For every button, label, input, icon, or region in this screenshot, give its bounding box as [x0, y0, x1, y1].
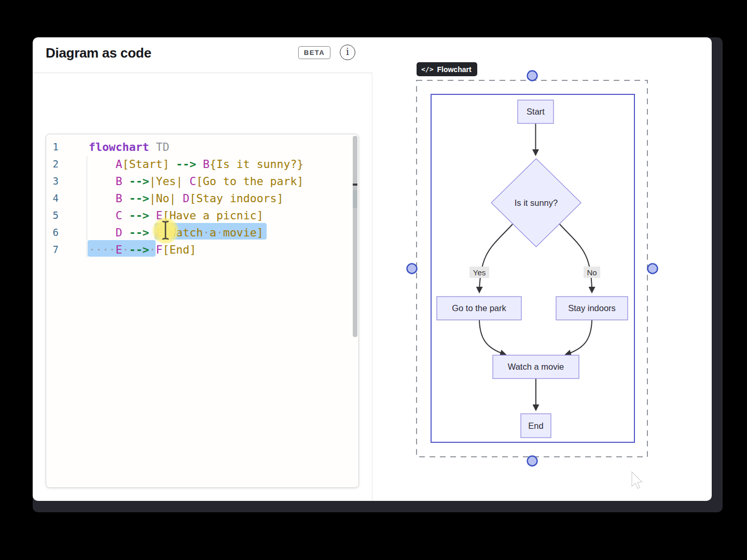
svg-text:Go to the park: Go to the park [452, 303, 506, 313]
editor-scrollbar[interactable] [353, 136, 357, 337]
svg-text:Yes: Yes [473, 268, 486, 277]
resize-handle-top[interactable] [528, 71, 537, 81]
resize-handle-bottom[interactable] [528, 456, 537, 466]
diagram-frame[interactable] [431, 94, 634, 442]
svg-text:End: End [528, 421, 543, 430]
svg-text:Is it sunny?: Is it sunny? [515, 198, 558, 207]
badge-label: Flowchart [437, 65, 471, 74]
svg-text:Watch a movie: Watch a movie [508, 362, 564, 371]
svg-text:No: No [587, 268, 597, 277]
node-watch-a-movie[interactable]: Watch a movie [493, 355, 579, 379]
edge-label-no: No [584, 267, 600, 278]
scrollbar-band [353, 190, 357, 208]
node-start[interactable]: Start [518, 100, 554, 123]
svg-text:Start: Start [527, 107, 545, 116]
scrollbar-mark [353, 184, 357, 186]
resize-handle-left[interactable] [407, 264, 417, 274]
resize-handle-right[interactable] [648, 264, 658, 274]
app-window: Diagram as code BETA i Generate a diagra… [33, 37, 712, 501]
node-end[interactable]: End [521, 414, 551, 438]
svg-text:Stay indoors: Stay indoors [568, 303, 616, 313]
node-stay-indoors[interactable]: Stay indoors [556, 297, 628, 320]
flowchart-type-badge[interactable]: </> Flowchart [417, 62, 477, 76]
mouse-pointer-ghost-icon [632, 472, 642, 488]
flowchart-diagram: Yes No Start Is it sunny? Go to the park… [33, 37, 712, 501]
edge-label-yes: Yes [469, 267, 489, 278]
code-icon: </> [421, 65, 433, 73]
node-go-to-the-park[interactable]: Go to the park [437, 297, 521, 320]
